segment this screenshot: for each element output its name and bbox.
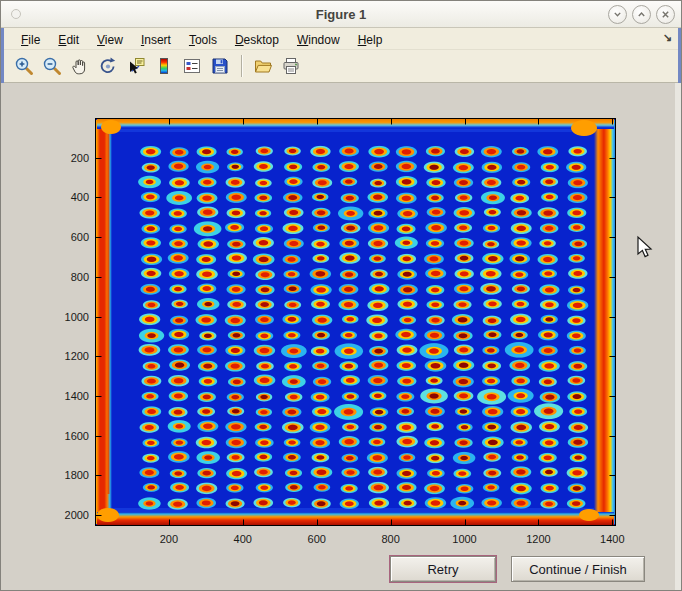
dock-figure-icon[interactable]: ↘ (663, 31, 672, 44)
x-tick-label: 1400 (600, 532, 624, 546)
window-chevron-down-button[interactable] (608, 5, 627, 24)
window-edge (675, 83, 681, 590)
insert-colorbar-icon (154, 56, 174, 76)
y-tick-label: 400 (37, 190, 89, 204)
retry-button[interactable]: Retry (390, 556, 496, 582)
microplate-heatmap-image[interactable] (95, 118, 616, 526)
menu-edit[interactable]: Edit (49, 31, 88, 49)
title-bar[interactable]: Figure 1 (1, 1, 681, 28)
menu-bar: FileEditViewInsertToolsDesktopWindowHelp… (4, 28, 678, 50)
pan-button[interactable] (68, 54, 92, 78)
menu-view[interactable]: View (88, 31, 132, 49)
insert-colorbar-button[interactable] (152, 54, 176, 78)
continue-finish-button[interactable]: Continue / Finish (511, 556, 645, 582)
figure-window: Figure 1 FileEditViewInsertToolsDesktopW… (0, 0, 682, 591)
open-file-icon (253, 56, 273, 76)
window-chevron-up-button[interactable] (632, 5, 651, 24)
print-figure-button[interactable] (279, 54, 303, 78)
toolbar-separator (241, 55, 242, 77)
insert-legend-icon (182, 56, 202, 76)
menu-tools[interactable]: Tools (180, 31, 226, 49)
rotate-3d-icon (98, 56, 118, 76)
x-tick-label: 1200 (526, 532, 550, 546)
x-tick-label: 800 (381, 532, 399, 546)
y-tick-label: 200 (37, 151, 89, 165)
x-tick-label: 600 (308, 532, 326, 546)
window-close-button[interactable] (656, 5, 675, 24)
save-figure-button[interactable] (208, 54, 232, 78)
menu-desktop[interactable]: Desktop (226, 31, 288, 49)
x-tick-label: 1000 (452, 532, 476, 546)
window-menu-icon[interactable] (11, 9, 21, 19)
menu-help[interactable]: Help (349, 31, 392, 49)
zoom-in-button[interactable] (12, 54, 36, 78)
zoom-out-icon (42, 56, 62, 76)
save-figure-icon (210, 56, 230, 76)
y-tick-label: 600 (37, 230, 89, 244)
menu-items: FileEditViewInsertToolsDesktopWindowHelp (12, 30, 391, 48)
menu-window[interactable]: Window (288, 31, 349, 49)
figure-canvas-area: 2004006008001000120014001600180020002004… (1, 83, 681, 590)
y-tick-label: 1600 (37, 429, 89, 443)
data-cursor-icon (126, 56, 146, 76)
y-tick-label: 1800 (37, 468, 89, 482)
window-title: Figure 1 (1, 7, 681, 22)
x-tick-label: 400 (234, 532, 252, 546)
x-tick-label: 200 (160, 532, 178, 546)
print-figure-icon (281, 56, 301, 76)
menu-insert[interactable]: Insert (132, 31, 180, 49)
y-tick-label: 800 (37, 270, 89, 284)
zoom-out-button[interactable] (40, 54, 64, 78)
figure-toolbar (4, 50, 678, 83)
y-tick-label: 1200 (37, 349, 89, 363)
data-cursor-button[interactable] (124, 54, 148, 78)
menu-file[interactable]: File (12, 31, 49, 49)
rotate-3d-button[interactable] (96, 54, 120, 78)
y-tick-label: 1000 (37, 310, 89, 324)
y-tick-label: 1400 (37, 389, 89, 403)
y-tick-label: 2000 (37, 508, 89, 522)
pan-icon (70, 56, 90, 76)
zoom-in-icon (14, 56, 34, 76)
window-chrome: FileEditViewInsertToolsDesktopWindowHelp… (1, 28, 681, 83)
insert-legend-button[interactable] (180, 54, 204, 78)
open-file-button[interactable] (251, 54, 275, 78)
mouse-cursor-icon (634, 235, 654, 261)
window-controls (608, 5, 675, 24)
